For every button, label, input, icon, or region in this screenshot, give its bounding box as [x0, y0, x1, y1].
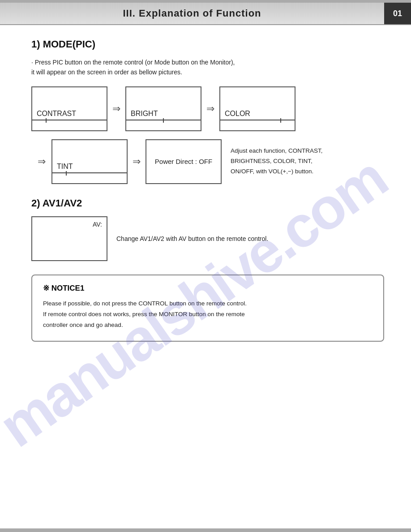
page-number: 01: [384, 3, 411, 24]
instruction-line1: · Press PIC button on the remote control…: [31, 57, 384, 67]
tint-label: TINT: [57, 163, 73, 171]
content-area: 1) MODE(PIC) · Press PIC button on the r…: [0, 25, 411, 528]
arrow-3: ⇒: [128, 156, 146, 167]
power-direct-box: Power Direct : OFF: [146, 139, 222, 184]
tint-tick: [66, 171, 67, 176]
notice-title-text: ※ NOTICE1: [43, 283, 84, 293]
notice-line3: controller once and go ahead.: [43, 320, 372, 330]
section2: 2) AV1/AV2 AV: Change AV1/AV2 with AV bu…: [31, 197, 384, 261]
diagram-row-1: CONTRAST ⇒ BRIGHT ⇒: [31, 86, 384, 131]
av-row: AV: Change AV1/AV2 with AV button on the…: [31, 216, 384, 261]
section2-heading: 2) AV1/AV2: [31, 197, 384, 209]
color-tick: [280, 118, 281, 123]
adjust-line2: BRIGHTNESS, COLOR, TINT,: [231, 156, 323, 167]
notice-line2: If remote control does not works, press …: [43, 309, 372, 320]
contrast-tick: [46, 118, 47, 123]
header: III. Explanation of Function 01: [0, 3, 411, 25]
bright-tick: [163, 118, 164, 123]
diagram-row-2: ⇒ TINT ⇒ Power Direct : OFF: [31, 139, 384, 184]
instruction-text: · Press PIC button on the remote control…: [31, 57, 384, 77]
page: III. Explanation of Function 01 1) MODE(…: [0, 0, 411, 532]
bottom-bar: [0, 528, 411, 532]
adjust-text: Adjust each function, CONTRAST, BRIGHTNE…: [231, 146, 323, 177]
instruction-line2: it will appear on the screen in order as…: [31, 67, 384, 77]
adjust-line3: ON/OFF, with VOL(+,−) button.: [231, 167, 323, 177]
bright-label: BRIGHT: [131, 110, 158, 118]
arrow-2: ⇒: [201, 103, 219, 115]
notice-title: ※ NOTICE1: [43, 283, 372, 293]
notice-box: ※ NOTICE1 Please if possible, do not pre…: [31, 275, 384, 342]
tint-box: TINT: [51, 139, 128, 184]
av-label: AV:: [93, 221, 102, 228]
contrast-label: CONTRAST: [37, 110, 76, 118]
tint-line: [52, 172, 127, 173]
av-instruction: Change AV1/AV2 with AV button on the rem…: [116, 234, 268, 244]
notice-line1: Please if possible, do not press the CON…: [43, 298, 372, 309]
power-direct-label: Power Direct : OFF: [155, 158, 212, 165]
color-box: COLOR: [219, 86, 295, 131]
av-box: AV:: [31, 216, 107, 261]
section1: 1) MODE(PIC) · Press PIC button on the r…: [31, 39, 384, 184]
section1-heading: 1) MODE(PIC): [31, 39, 384, 50]
arrow-left-1: ⇒: [31, 156, 51, 167]
color-line: [220, 120, 295, 120]
arrow-1: ⇒: [107, 103, 125, 115]
contrast-line: [32, 120, 107, 120]
notice-text: Please if possible, do not press the CON…: [43, 298, 372, 331]
contrast-box: CONTRAST: [31, 86, 107, 131]
header-title-area: III. Explanation of Function: [0, 3, 384, 24]
color-label: COLOR: [225, 110, 250, 118]
bright-box: BRIGHT: [125, 86, 201, 131]
header-title: III. Explanation of Function: [123, 8, 261, 19]
adjust-line1: Adjust each function, CONTRAST,: [231, 146, 323, 156]
